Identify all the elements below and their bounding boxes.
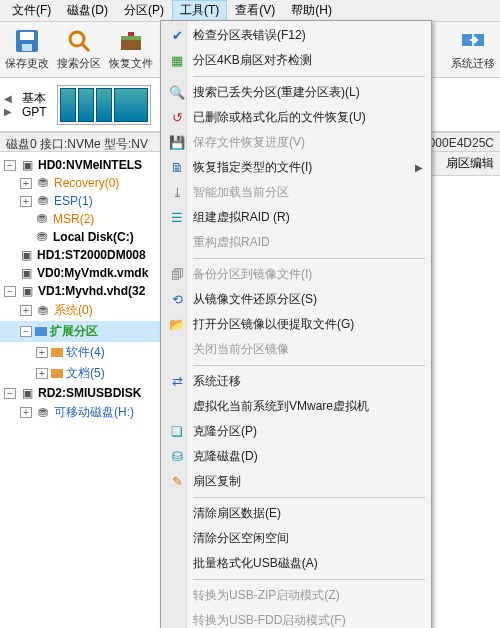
menu-help[interactable]: 帮助(H): [283, 0, 340, 21]
menu-tools[interactable]: 工具(T): [172, 0, 227, 21]
gpt-label: GPT: [22, 105, 47, 119]
menu-convert-usb-fdd: 转换为USB-FDD启动模式(F): [163, 608, 429, 628]
menu-label: 克隆磁盘(D): [193, 448, 258, 465]
svg-rect-6: [121, 36, 141, 40]
menu-clone-partition[interactable]: ❏克隆分区(P): [163, 419, 429, 444]
menu-recover-deleted-files[interactable]: ↺已删除或格式化后的文件恢复(U): [163, 105, 429, 130]
menu-open-image-extract[interactable]: 📂打开分区镜像以便提取文件(G): [163, 312, 429, 337]
drive-icon: ⛃: [34, 212, 50, 226]
partition-bar[interactable]: [60, 88, 76, 122]
menu-disk[interactable]: 磁盘(D): [59, 0, 116, 21]
migration-icon: ⇄: [168, 373, 186, 391]
recover-label: 恢复文件: [109, 56, 153, 71]
tree-label: Recovery(0): [54, 176, 119, 190]
partition-bar[interactable]: [96, 88, 112, 122]
magnifier-icon: [65, 28, 93, 54]
menu-separator: [193, 579, 425, 580]
menu-separator: [193, 365, 425, 366]
tree-label: RD2:SMIUSBDISK: [38, 386, 141, 400]
menu-system-migration[interactable]: ⇄系统迁移: [163, 369, 429, 394]
menu-label: 恢复指定类型的文件(I): [193, 159, 312, 176]
menu-label: 打开分区镜像以便提取文件(G): [193, 316, 354, 333]
expand-icon[interactable]: +: [20, 305, 32, 316]
menu-backup-to-image: 🗐备份分区到镜像文件(I): [163, 262, 429, 287]
menu-label: 保存文件恢复进度(V): [193, 134, 305, 151]
nav-arrows[interactable]: ◀ ▶: [4, 93, 12, 117]
partition-scheme: 基本 GPT: [18, 91, 51, 119]
partition-bar[interactable]: [78, 88, 94, 122]
menu-label: 关闭当前分区镜像: [193, 341, 289, 358]
collapse-icon[interactable]: −: [4, 388, 16, 399]
menu-label: 清除扇区数据(E): [193, 505, 281, 522]
hdd-icon: ▣: [19, 158, 35, 172]
tree-label: 扩展分区: [50, 323, 98, 340]
menu-label: 分区4KB扇区对齐检测: [193, 52, 312, 69]
tree-label: 文档(5): [66, 365, 105, 382]
menu-label: 已删除或格式化后的文件恢复(U): [193, 109, 366, 126]
partition-bar[interactable]: [114, 88, 148, 122]
menu-label: 克隆分区(P): [193, 423, 257, 440]
menu-separator: [193, 497, 425, 498]
collapse-icon[interactable]: −: [4, 286, 16, 297]
search-label: 搜索分区: [57, 56, 101, 71]
menu-clone-disk[interactable]: ⛁克隆磁盘(D): [163, 444, 429, 469]
system-migration-button[interactable]: 系统迁移: [448, 26, 498, 73]
clone-icon: ❏: [168, 423, 186, 441]
recover-files-button[interactable]: 恢复文件: [106, 26, 156, 73]
menu-label: 转换为USB-ZIP启动模式(Z): [193, 587, 340, 604]
menubar: 文件(F) 磁盘(D) 分区(P) 工具(T) 查看(V) 帮助(H): [0, 0, 500, 22]
menu-label: 转换为USB-FDD启动模式(F): [193, 612, 346, 628]
menu-smart-load-partition: ⤓智能加载当前分区: [163, 180, 429, 205]
menu-4kb-alignment[interactable]: ▦分区4KB扇区对齐检测: [163, 48, 429, 73]
hdd-icon: ▣: [18, 266, 34, 280]
tree-label: HD0:NVMeINTELS: [38, 158, 142, 172]
migration-icon: [459, 28, 487, 54]
menu-save-recovery-progress: 💾保存文件恢复进度(V): [163, 130, 429, 155]
hdd-icon: ▣: [19, 386, 35, 400]
tree-label: 系统(0): [54, 302, 93, 319]
menu-file[interactable]: 文件(F): [4, 0, 59, 21]
menu-label: 清除分区空闲空间: [193, 530, 289, 547]
filetype-icon: 🗎: [168, 159, 186, 177]
load-icon: ⤓: [168, 184, 186, 202]
arrow-right-icon: ▶: [4, 106, 12, 117]
menu-virtualize-to-vmware[interactable]: 虚拟化当前系统到VMware虚拟机: [163, 394, 429, 419]
menu-recover-by-type[interactable]: 🗎恢复指定类型的文件(I)▶: [163, 155, 429, 180]
menu-sector-copy[interactable]: ✎扇区复制: [163, 469, 429, 494]
menu-close-image: 关闭当前分区镜像: [163, 337, 429, 362]
menu-batch-format-usb[interactable]: 批量格式化USB磁盘(A): [163, 551, 429, 576]
menu-search-lost-partitions[interactable]: 🔍搜索已丢失分区(重建分区表)(L): [163, 80, 429, 105]
menu-restore-from-image[interactable]: ⟲从镜像文件还原分区(S): [163, 287, 429, 312]
expand-icon[interactable]: +: [36, 347, 48, 358]
expand-icon[interactable]: +: [20, 407, 32, 418]
menu-check-partition-errors[interactable]: ✔检查分区表错误(F12): [163, 23, 429, 48]
folder-icon: [51, 369, 63, 378]
menu-label: 系统迁移: [193, 373, 241, 390]
tree-label: VD1:Myvhd.vhd(32: [38, 284, 145, 298]
drive-icon: ⛃: [35, 304, 51, 318]
submenu-arrow-icon: ▶: [415, 162, 423, 173]
menu-view[interactable]: 查看(V): [227, 0, 283, 21]
drive-icon: ⛃: [35, 194, 51, 208]
search-partition-button[interactable]: 搜索分区: [54, 26, 104, 73]
menu-clear-sector-data[interactable]: 清除扇区数据(E): [163, 501, 429, 526]
folder-icon: [51, 348, 63, 357]
recover-icon: [117, 28, 145, 54]
disk-partition-visual[interactable]: [57, 85, 151, 125]
svg-rect-2: [22, 44, 32, 51]
menu-partition[interactable]: 分区(P): [116, 0, 172, 21]
expand-icon[interactable]: +: [20, 196, 32, 207]
disk-status-left: 磁盘0 接口:NVMe 型号:NV: [6, 136, 148, 148]
tools-dropdown: ✔检查分区表错误(F12) ▦分区4KB扇区对齐检测 🔍搜索已丢失分区(重建分区…: [160, 20, 432, 628]
expand-icon[interactable]: +: [20, 178, 32, 189]
expand-icon[interactable]: +: [36, 368, 48, 379]
menu-clear-free-space[interactable]: 清除分区空闲空间: [163, 526, 429, 551]
collapse-icon[interactable]: −: [4, 160, 16, 171]
tree-label: 可移动磁盘(H:): [54, 404, 134, 421]
check-icon: ✔: [168, 27, 186, 45]
menu-build-virtual-raid[interactable]: ☰组建虚拟RAID (R): [163, 205, 429, 230]
drive-icon: ⛃: [35, 176, 51, 190]
collapse-icon[interactable]: −: [20, 326, 32, 337]
save-button[interactable]: 保存更改: [2, 26, 52, 73]
tree-label: 软件(4): [66, 344, 105, 361]
